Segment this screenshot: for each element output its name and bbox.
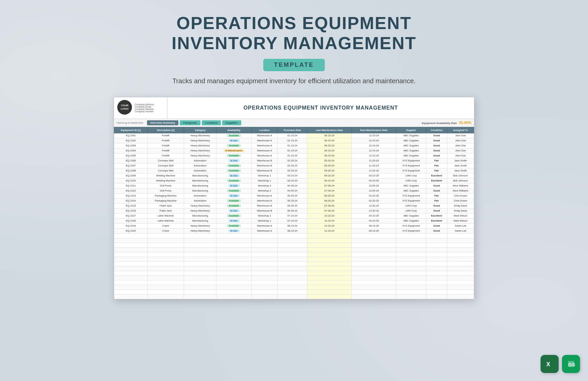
cell-loc: Workshop 2 bbox=[251, 188, 277, 193]
cell-loc: Warehouse A bbox=[251, 223, 277, 228]
cell-cond: Good bbox=[426, 148, 447, 153]
nav-click-label: Click to go to sheets here: bbox=[117, 122, 144, 124]
company-email: Company Email bbox=[135, 106, 154, 108]
cell-cond: Excellent bbox=[426, 213, 447, 218]
cell-cat: Heavy Machinery bbox=[184, 228, 216, 233]
cell-id: EQ-1007 bbox=[114, 163, 148, 168]
cell-assigned: Emily Davis bbox=[447, 208, 474, 213]
cell-next-maint: 11-20-24 bbox=[351, 163, 396, 168]
cell-loc: Workshop 1 bbox=[251, 178, 277, 183]
cell-cond: Good bbox=[426, 183, 447, 188]
cell-cat: Automation bbox=[184, 198, 216, 203]
cell-last-maint: 10-10-24 bbox=[307, 213, 352, 218]
cell-assigned: John Doe bbox=[447, 133, 474, 138]
col-equipment-id: Equipment ID [1] bbox=[114, 127, 148, 133]
cell-loc: Warehouse A bbox=[251, 228, 277, 233]
cell-assigned: Chris Evans bbox=[447, 193, 474, 198]
col-availability: Availability bbox=[216, 127, 252, 133]
cell-id: EQ-1008 bbox=[114, 168, 148, 173]
cell-supplier: XYZ Equipment bbox=[396, 158, 426, 163]
cell-supplier: ABC Supplies bbox=[396, 138, 426, 143]
cell-last-maint: 09-10-24 bbox=[307, 178, 352, 183]
company-number: Company Number bbox=[135, 110, 154, 113]
subtitle: Tracks and manages equipment inventory f… bbox=[172, 77, 416, 85]
cell-purchase: 02-20-24 bbox=[278, 158, 307, 163]
cell-cond: Good bbox=[426, 133, 447, 138]
cell-next-maint: 12-30-24 bbox=[351, 203, 396, 208]
sheets-icon[interactable]: GS bbox=[562, 355, 580, 373]
cell-cond: Good bbox=[426, 208, 447, 213]
cell-supplier: XYZ Equipment bbox=[396, 223, 426, 228]
table-row: EQ-1002 Forklift Heavy Machinery In Use … bbox=[114, 138, 474, 143]
cell-avail: Available bbox=[216, 133, 252, 138]
cell-avail: Available bbox=[216, 178, 252, 183]
cell-assigned: Sarah Lee bbox=[447, 228, 474, 233]
cell-cond: Good bbox=[426, 203, 447, 208]
cell-avail: Available bbox=[216, 203, 252, 208]
cell-id: EQ-1002 bbox=[114, 138, 148, 143]
cell-assigned: Mark Wilson bbox=[447, 218, 474, 223]
cell-assigned: Jane Smith bbox=[447, 158, 474, 163]
cell-assigned: Alice Williams bbox=[447, 188, 474, 193]
company-website: Company Website bbox=[135, 108, 154, 110]
table-row: EQ-1014 Packaging Machine Automation Ava… bbox=[114, 198, 474, 203]
cell-cat: Heavy Machinery bbox=[184, 208, 216, 213]
excel-icon[interactable]: X bbox=[541, 355, 559, 373]
cell-desc: Crane bbox=[148, 228, 184, 233]
cell-id: EQ-1005 bbox=[114, 153, 148, 158]
col-description: Description [2] bbox=[148, 127, 184, 133]
cell-cat: Automation bbox=[184, 158, 216, 163]
cell-assigned: Bob Johnson bbox=[447, 178, 474, 183]
cell-purchase: 06-30-24 bbox=[278, 208, 307, 213]
cell-last-maint: 06-15-24 bbox=[307, 133, 352, 138]
cell-next-maint: 02-25-25 bbox=[351, 198, 396, 203]
tab-locations[interactable]: Locations bbox=[202, 120, 221, 125]
cell-loc: Warehouse A bbox=[251, 143, 277, 148]
title-area: OPERATIONS EQUIPMENT INVENTORY MANAGEMEN… bbox=[167, 97, 474, 119]
cell-id: EQ-1020 bbox=[114, 228, 148, 233]
cell-supplier: XYZ Equipment bbox=[396, 228, 426, 233]
cell-loc: Warehouse A bbox=[251, 198, 277, 203]
cell-id: EQ-1013 bbox=[114, 193, 148, 198]
cell-desc: Forklift bbox=[148, 148, 184, 153]
cell-last-maint: 06-15-24 bbox=[307, 138, 352, 143]
cell-cond: Fair bbox=[426, 193, 447, 198]
cell-desc: Welding Machine bbox=[148, 173, 184, 178]
cell-supplier: LMN Corp bbox=[396, 173, 426, 178]
tab-overview[interactable]: Overview Summary bbox=[147, 120, 178, 125]
cell-desc: Crane bbox=[148, 223, 184, 228]
cell-desc: Drill Press bbox=[148, 183, 184, 188]
cell-desc: Packaging Machine bbox=[148, 198, 184, 203]
logo-area: YOURLOGO Company Address Company Email C… bbox=[114, 97, 167, 119]
tab-categories[interactable]: Categories bbox=[180, 120, 200, 125]
cell-last-maint: 07-30-24 bbox=[307, 203, 352, 208]
cell-assigned: Chris Evans bbox=[447, 198, 474, 203]
table-header-row: Equipment ID [1] Description [2] Categor… bbox=[114, 127, 474, 133]
cell-id: EQ-1001 bbox=[114, 133, 148, 138]
cell-avail: Available bbox=[216, 168, 252, 173]
cell-id: EQ-1014 bbox=[114, 198, 148, 203]
cell-purchase: 03-10-24 bbox=[278, 178, 307, 183]
cell-purchase: 07-10-24 bbox=[278, 218, 307, 223]
cell-purchase: 01-15-24 bbox=[278, 133, 307, 138]
cell-assigned: John Doe bbox=[447, 143, 474, 148]
cell-next-maint: 04-10-25 bbox=[351, 218, 396, 223]
cell-next-maint: 12-15-24 bbox=[351, 133, 396, 138]
cell-assigned: Mark Wilson bbox=[447, 213, 474, 218]
cell-supplier: XYZ Equipment bbox=[396, 198, 426, 203]
table-row: EQ-1018 Lathe Machine Manufacturing In U… bbox=[114, 218, 474, 223]
cell-assigned: John Doe bbox=[447, 138, 474, 143]
tab-suppliers[interactable]: Suppliers bbox=[222, 120, 241, 125]
logo-circle: YOURLOGO bbox=[117, 100, 132, 115]
cell-cat: Heavy Machinery bbox=[184, 223, 216, 228]
cell-supplier: XYZ Equipment bbox=[396, 193, 426, 198]
cell-last-maint: 07-30-24 bbox=[307, 208, 352, 213]
empty-row bbox=[114, 233, 474, 238]
table-row: EQ-1017 Lathe Machine Manufacturing Avai… bbox=[114, 213, 474, 218]
cell-cat: Automation bbox=[184, 193, 216, 198]
cell-purchase: 04-05-24 bbox=[278, 188, 307, 193]
cell-supplier: ABC Supplies bbox=[396, 213, 426, 218]
table-row: EQ-1008 Conveyor Belt Automation Availab… bbox=[114, 168, 474, 173]
empty-row bbox=[114, 280, 474, 285]
cell-loc: Warehouse A bbox=[251, 193, 277, 198]
